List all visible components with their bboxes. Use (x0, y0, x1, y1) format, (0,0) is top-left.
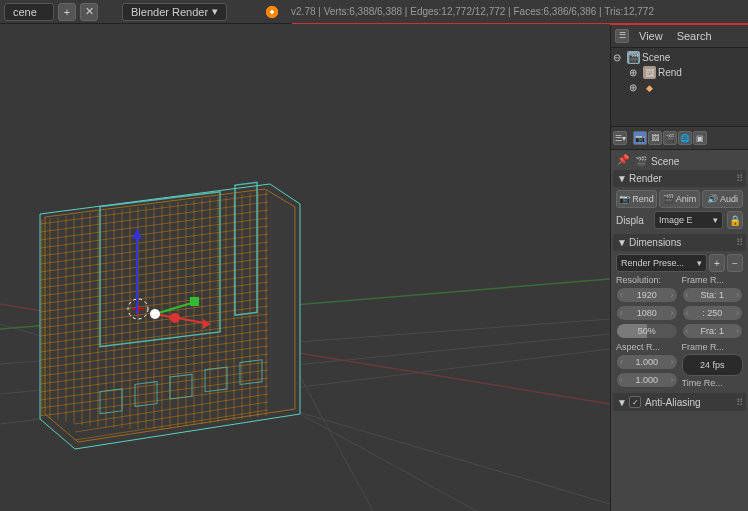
breadcrumb-scene[interactable]: Scene (651, 156, 679, 167)
frame-rate-dropdown[interactable]: 24 fps (682, 354, 744, 376)
audio-button[interactable]: 🔊Audi (702, 190, 743, 208)
dropdown-value: Image E (659, 215, 693, 225)
properties-tabs: ☰▾ 📷 🖼 🎬 🌐 ▣ (611, 126, 748, 150)
right-panel: ☰ View Search ⊖ 🎬 Scene ⊕ 🖼 Rend ⊕ ◆ (610, 24, 748, 511)
object-icon: ◆ (643, 81, 656, 94)
chevron-icon: ▾ (697, 258, 702, 268)
version-text: v2.78 (291, 6, 315, 17)
frame-start-field[interactable]: Sta: 1 (682, 287, 744, 303)
btn-label: Audi (720, 194, 738, 204)
scene-tab-icon[interactable]: 🎬 (663, 131, 677, 145)
panel-grip-icon[interactable]: ⠿ (736, 397, 742, 408)
antialiasing-checkbox[interactable]: ✓ (629, 396, 641, 408)
expand-icon[interactable]: ⊕ (629, 67, 641, 78)
object-tab-icon[interactable]: ▣ (693, 131, 707, 145)
triangle-down-icon: ▼ (617, 237, 625, 248)
render-preset-dropdown[interactable]: Render Prese...▾ (616, 254, 707, 272)
svg-point-79 (170, 313, 180, 323)
dimensions-panel-header[interactable]: ▼ Dimensions ⠿ (613, 234, 746, 251)
panel-grip-icon[interactable]: ⠿ (736, 173, 742, 184)
resolution-label: Resolution: (616, 275, 678, 285)
render-layer-icon: 🖼 (643, 66, 656, 79)
viewport-canvas (0, 24, 610, 511)
render-engine-label: Blender Render (131, 6, 208, 18)
camera-icon: 📷 (619, 194, 630, 204)
aspect-x-field[interactable]: 1.000 (616, 354, 678, 370)
resolution-y-field[interactable]: 1080 (616, 305, 678, 321)
antialiasing-panel: ▼ ✓ Anti-Aliasing ⠿ (613, 393, 746, 411)
properties-body: 📌 🎬 Scene ▼ Render ⠿ 📷Rend 🎬Anim 🔊Audi (611, 150, 748, 511)
add-scene-btn[interactable]: + (58, 3, 76, 21)
frame-step-field[interactable]: Fra: 1 (682, 323, 744, 339)
add-preset-btn[interactable]: + (709, 254, 725, 272)
preset-value: Render Prese... (621, 258, 684, 268)
antialiasing-panel-header[interactable]: ▼ ✓ Anti-Aliasing ⠿ (613, 393, 746, 411)
aspect-y-field[interactable]: 1.000 (616, 372, 678, 388)
display-mode-dropdown[interactable]: Image E▾ (654, 211, 723, 229)
editor-type-icon[interactable]: ☰▾ (613, 131, 627, 145)
dimensions-panel: ▼ Dimensions ⠿ Render Prese...▾ + − Reso… (613, 234, 746, 391)
top-header: cene + ✕ Blender Render ▾ v2.78 | Verts:… (0, 0, 748, 24)
expand-icon[interactable]: ⊖ (613, 52, 625, 63)
frame-range-label: Frame R... (682, 275, 744, 285)
frame-end-field[interactable]: : 250 (682, 305, 744, 321)
btn-label: Anim (676, 194, 697, 204)
scene-icon: 🎬 (635, 156, 647, 167)
pin-icon[interactable]: 📌 (617, 154, 631, 168)
aspect-label: Aspect R... (616, 342, 678, 352)
resolution-x-field[interactable]: 1920 (616, 287, 678, 303)
render-panel-header[interactable]: ▼ Render ⠿ (613, 170, 746, 187)
outliner-header: ☰ View Search (611, 24, 748, 48)
render-layers-tab-icon[interactable]: 🖼 (648, 131, 662, 145)
tree-label: Scene (642, 52, 670, 63)
panel-title: Anti-Aliasing (645, 397, 701, 408)
clapper-icon: 🎬 (663, 194, 674, 204)
lock-interface-btn[interactable]: 🔒 (727, 211, 743, 229)
outliner-view-menu[interactable]: View (635, 30, 667, 42)
panel-title: Render (629, 173, 662, 184)
panel-title: Dimensions (629, 237, 681, 248)
scene-name-field[interactable]: cene (4, 3, 54, 21)
remove-preset-btn[interactable]: − (727, 254, 743, 272)
frame-rate-value: 24 fps (700, 360, 725, 370)
outliner-tree[interactable]: ⊖ 🎬 Scene ⊕ 🖼 Rend ⊕ ◆ (611, 48, 748, 126)
expand-icon[interactable]: ⊕ (629, 82, 641, 93)
time-remap-label: Time Re... (682, 378, 744, 388)
frame-rate-label: Frame R... (682, 342, 744, 352)
chevron-down-icon: ▾ (212, 5, 218, 18)
btn-label: Rend (632, 194, 654, 204)
tree-label: Rend (658, 67, 682, 78)
display-label: Displa (616, 215, 650, 226)
render-tab-icon[interactable]: 📷 (633, 131, 647, 145)
stats-text: Verts:6,388/6,388 | Edges:12,772/12,772 … (324, 6, 654, 17)
outliner-search-menu[interactable]: Search (673, 30, 716, 42)
svg-point-84 (150, 309, 160, 319)
mesh-object (40, 182, 300, 449)
editor-type-icon[interactable]: ☰ (615, 29, 629, 43)
scene-icon: 🎬 (627, 51, 640, 64)
resolution-pct-field[interactable]: 50% (616, 323, 678, 339)
tree-row-render[interactable]: ⊕ 🖼 Rend (613, 65, 746, 80)
render-button[interactable]: 📷Rend (616, 190, 657, 208)
3d-viewport[interactable] (0, 24, 610, 511)
panel-grip-icon[interactable]: ⠿ (736, 237, 742, 248)
breadcrumb: 📌 🎬 Scene (613, 152, 746, 170)
chevron-icon: ▾ (713, 215, 718, 225)
triangle-down-icon: ▼ (617, 173, 625, 184)
blender-logo-icon (265, 5, 279, 19)
world-tab-icon[interactable]: 🌐 (678, 131, 692, 145)
tree-row-scene[interactable]: ⊖ 🎬 Scene (613, 50, 746, 65)
render-engine-dropdown[interactable]: Blender Render ▾ (122, 3, 227, 21)
speaker-icon: 🔊 (707, 194, 718, 204)
animation-button[interactable]: 🎬Anim (659, 190, 700, 208)
svg-rect-81 (190, 297, 199, 306)
triangle-down-icon: ▼ (617, 397, 625, 408)
render-panel: ▼ Render ⠿ 📷Rend 🎬Anim 🔊Audi Displa Imag… (613, 170, 746, 232)
tree-row-item[interactable]: ⊕ ◆ (613, 80, 746, 95)
stats-bar: v2.78 | Verts:6,388/6,388 | Edges:12,772… (291, 6, 654, 17)
delete-scene-btn[interactable]: ✕ (80, 3, 98, 21)
